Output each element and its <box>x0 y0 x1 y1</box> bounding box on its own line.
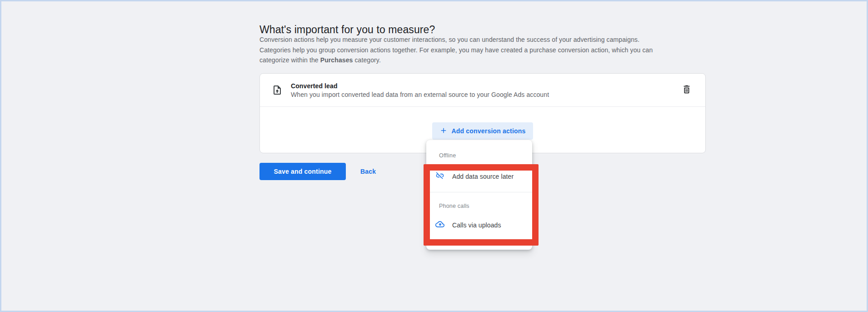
conversion-action-title: Converted lead <box>291 82 549 90</box>
conversion-action-text: Converted lead When you import converted… <box>291 82 549 98</box>
delete-conversion-action-button[interactable] <box>680 83 693 98</box>
page-description-line-3: categorize within the Purchases category… <box>259 55 653 65</box>
conversion-action-row: Converted lead When you import converted… <box>260 74 705 107</box>
conversion-action-description: When you import converted lead data from… <box>291 91 549 98</box>
plus-icon <box>439 126 448 136</box>
page-description-line-1: Conversion actions help you measure your… <box>259 35 653 45</box>
page-description: Conversion actions help you measure your… <box>259 35 653 65</box>
menu-item-label: Calls via uploads <box>452 221 501 229</box>
dropdown-section-label-offline: Offline <box>426 152 532 159</box>
conversion-measure-page: { "page": { "heading": "What's important… <box>0 0 868 312</box>
add-conversion-actions-button[interactable]: Add conversion actions <box>432 122 533 140</box>
link-off-icon <box>435 171 444 182</box>
trash-icon <box>682 85 692 96</box>
page-description-line-2: Categories help you group conversion act… <box>259 45 653 55</box>
dropdown-divider <box>426 192 532 192</box>
cloud-upload-icon <box>435 220 444 231</box>
menu-item-calls-via-uploads[interactable]: Calls via uploads <box>426 214 532 236</box>
dropdown-section-label-phone-calls: Phone calls <box>426 202 532 210</box>
page-description-line-3-bold: Purchases <box>320 56 353 64</box>
save-and-continue-button[interactable]: Save and continue <box>259 163 346 180</box>
page-description-line-3-prefix: categorize within the <box>259 56 320 64</box>
upload-file-icon <box>272 85 283 96</box>
back-link[interactable]: Back <box>360 163 376 180</box>
page-description-line-3-suffix: category. <box>353 56 380 64</box>
menu-item-add-data-source-later[interactable]: Add data source later <box>426 166 532 187</box>
add-conversion-actions-dropdown: Offline Add data source later Phone call… <box>426 140 532 250</box>
add-conversion-actions-label: Add conversion actions <box>451 127 525 135</box>
menu-item-label: Add data source later <box>452 173 514 180</box>
